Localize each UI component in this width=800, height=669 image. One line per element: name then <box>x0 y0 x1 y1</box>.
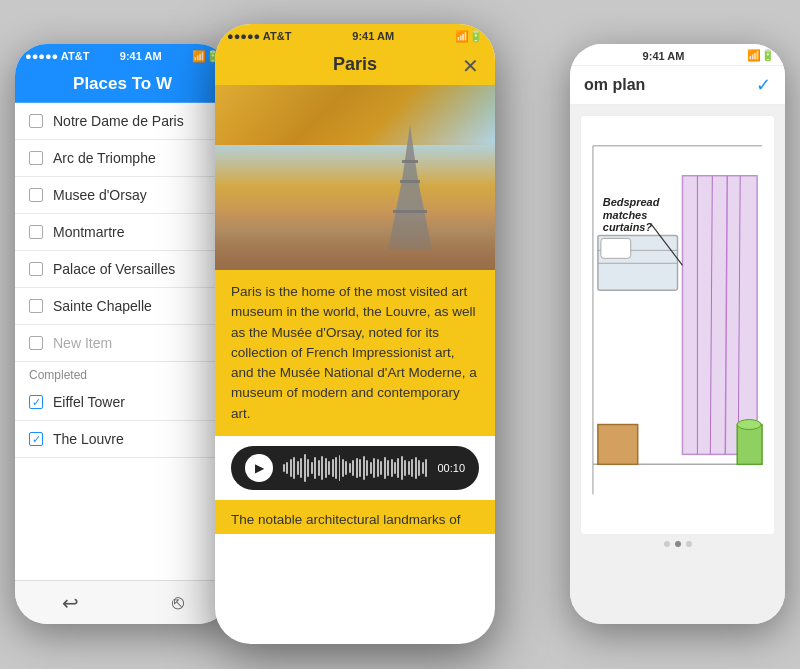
right-time: 9:41 AM <box>643 50 685 62</box>
list-item-label: Musee d'Orsay <box>53 187 147 203</box>
checkbox[interactable] <box>29 188 43 202</box>
svg-point-22 <box>737 420 761 430</box>
svg-rect-5 <box>400 180 420 183</box>
list-item[interactable]: Sainte Chapelle <box>15 288 230 325</box>
left-header: Places To W <box>15 66 230 103</box>
right-status-bar: 9:41 AM 📶🔋 <box>570 44 785 66</box>
modal-title: Paris <box>333 54 377 75</box>
checkbox-checked[interactable] <box>29 432 43 446</box>
checkbox[interactable] <box>29 225 43 239</box>
dot-2 <box>675 541 681 547</box>
sketch-drawing: Bedspread matches curtains? <box>581 116 774 534</box>
list-item-label: Notre Dame de Paris <box>53 113 184 129</box>
middle-time: 9:41 AM <box>352 30 394 42</box>
completed-item[interactable]: Eiffel Tower <box>15 384 230 421</box>
checkbox[interactable] <box>29 299 43 313</box>
new-item[interactable]: New Item <box>15 325 230 362</box>
list-item[interactable]: Notre Dame de Paris <box>15 103 230 140</box>
list-item[interactable]: Arc de Triomphe <box>15 140 230 177</box>
list-item[interactable]: Montmartre <box>15 214 230 251</box>
list-item[interactable]: Palace of Versailles <box>15 251 230 288</box>
undo-icon[interactable]: ↩ <box>62 591 79 615</box>
list-item-label: Palace of Versailles <box>53 261 175 277</box>
waveform <box>283 454 427 482</box>
eiffel-image <box>215 85 495 270</box>
play-button[interactable]: ▶ <box>245 454 273 482</box>
checkbox[interactable] <box>29 151 43 165</box>
left-status-bar: ●●●●● AT&T 9:41 AM 📶🔋 <box>15 44 230 66</box>
list-item[interactable]: Musee d'Orsay <box>15 177 230 214</box>
svg-rect-21 <box>737 425 762 465</box>
leaves-decoration <box>215 85 495 145</box>
checkbox[interactable] <box>29 262 43 276</box>
checkbox[interactable] <box>29 114 43 128</box>
phone-right: 9:41 AM 📶🔋 om plan ✓ <box>570 44 785 624</box>
sketch-area: Bedspread matches curtains? <box>570 105 785 624</box>
right-header-title: om plan <box>584 76 645 94</box>
left-list-area: Notre Dame de Paris Arc de Triomphe Muse… <box>15 103 230 580</box>
city-silhouette <box>215 210 495 270</box>
left-carrier: ●●●●● AT&T <box>25 50 89 62</box>
middle-icons: 📶🔋 <box>455 30 483 43</box>
completed-item-label: Eiffel Tower <box>53 394 125 410</box>
new-item-label: New Item <box>53 335 112 351</box>
svg-text:matches: matches <box>603 209 647 221</box>
screen-container: ●●●●● AT&T 9:41 AM 📶🔋 Places To W Notre … <box>0 0 800 669</box>
modal-description: Paris is the home of the most visited ar… <box>215 270 495 436</box>
dot-3 <box>686 541 692 547</box>
completed-section-label: Completed <box>15 362 230 384</box>
list-item-label: Sainte Chapelle <box>53 298 152 314</box>
checkbox-checked[interactable] <box>29 395 43 409</box>
dot-indicators <box>580 535 775 553</box>
left-time: 9:41 AM <box>120 50 162 62</box>
checkbox[interactable] <box>29 336 43 350</box>
share-icon[interactable]: ⎋ <box>172 591 184 614</box>
phone-middle: ●●●●● AT&T 9:41 AM 📶🔋 Paris ✕ <box>215 24 495 644</box>
right-header: om plan ✓ <box>570 66 785 105</box>
svg-text:curtains?: curtains? <box>603 221 653 233</box>
svg-marker-0 <box>405 125 415 160</box>
svg-rect-20 <box>598 425 638 465</box>
checkmark-button[interactable]: ✓ <box>756 74 771 96</box>
completed-item[interactable]: The Louvre <box>15 421 230 458</box>
svg-rect-4 <box>402 160 418 163</box>
phone-left: ●●●●● AT&T 9:41 AM 📶🔋 Places To W Notre … <box>15 44 230 624</box>
svg-rect-11 <box>682 176 757 455</box>
right-icons: 📶🔋 <box>747 49 775 62</box>
bottom-text: The notable architectural landmarks of <box>215 500 495 534</box>
list-item-label: Montmartre <box>53 224 125 240</box>
list-item-label: Arc de Triomphe <box>53 150 156 166</box>
modal-header: Paris ✕ <box>215 46 495 85</box>
svg-text:Bedspread: Bedspread <box>603 196 660 208</box>
left-bottom-bar: ↩ ⎋ <box>15 580 230 624</box>
audio-time: 00:10 <box>437 462 465 474</box>
svg-rect-19 <box>601 238 631 258</box>
sketch-content: Bedspread matches curtains? <box>580 115 775 535</box>
middle-carrier: ●●●●● AT&T <box>227 30 291 42</box>
close-button[interactable]: ✕ <box>462 54 479 78</box>
completed-item-label: The Louvre <box>53 431 124 447</box>
middle-status-bar: ●●●●● AT&T 9:41 AM 📶🔋 <box>215 24 495 46</box>
dot-1 <box>664 541 670 547</box>
audio-player[interactable]: ▶ 00:10 <box>231 446 479 490</box>
